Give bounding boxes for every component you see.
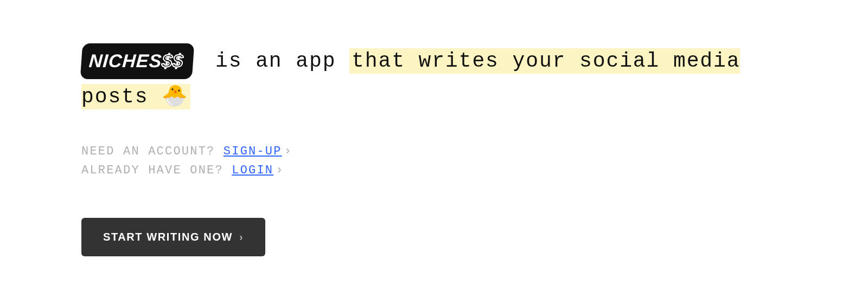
cta-label: START WRITING NOW bbox=[103, 231, 233, 243]
login-link[interactable]: LOGIN bbox=[232, 164, 273, 177]
login-line: ALREADY HAVE ONE? LOGIN› bbox=[81, 161, 787, 180]
logo-text-main: NICHES bbox=[88, 50, 163, 71]
chevron-icon: › bbox=[284, 142, 292, 161]
signup-link[interactable]: SIGN-UP bbox=[224, 145, 282, 158]
headline-plain: is an app bbox=[215, 49, 349, 73]
logo: NICHES$$ bbox=[81, 43, 193, 80]
signup-line: NEED AN ACCOUNT? SIGN-UP› bbox=[81, 142, 787, 161]
logo-text-suffix: $$ bbox=[161, 50, 184, 71]
signup-prefix: NEED AN ACCOUNT? bbox=[81, 145, 224, 158]
headline: NICHES$$ is an app that writes your soci… bbox=[81, 43, 787, 115]
login-prefix: ALREADY HAVE ONE? bbox=[81, 164, 232, 177]
start-writing-button[interactable]: START WRITING NOW › bbox=[81, 218, 265, 256]
account-section: NEED AN ACCOUNT? SIGN-UP› ALREADY HAVE O… bbox=[81, 142, 787, 180]
chevron-icon: › bbox=[276, 161, 284, 180]
chevron-icon: › bbox=[239, 231, 244, 243]
